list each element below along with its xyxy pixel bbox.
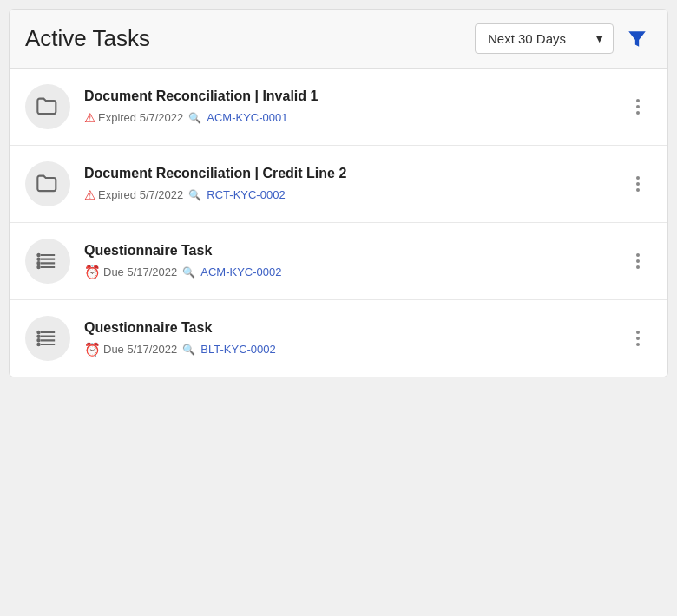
list-item: Document Reconciliation | Invalid 1⚠Expi… xyxy=(10,69,667,146)
task-status: ⏰Due 5/17/2022 xyxy=(84,342,177,357)
task-content: Questionnaire Task⏰Due 5/17/2022🔍BLT-KYC… xyxy=(84,319,610,357)
header-controls: Next 30 DaysNext 7 DaysNext 60 DaysNext … xyxy=(475,23,652,54)
task-title: Document Reconciliation | Credit Line 2 xyxy=(84,165,610,183)
date-range-dropdown-wrapper: Next 30 DaysNext 7 DaysNext 60 DaysNext … xyxy=(475,23,614,54)
list-item: Questionnaire Task⏰Due 5/17/2022🔍BLT-KYC… xyxy=(10,300,667,377)
task-status: ⏰Due 5/17/2022 xyxy=(84,265,177,280)
date-range-dropdown[interactable]: Next 30 DaysNext 7 DaysNext 60 DaysNext … xyxy=(475,23,614,54)
task-status: ⚠Expired 5/7/2022 xyxy=(84,187,183,203)
task-title: Questionnaire Task xyxy=(84,242,610,260)
svg-point-12 xyxy=(37,331,39,333)
list-svg xyxy=(36,249,60,273)
folder-svg xyxy=(36,95,60,119)
filter-icon xyxy=(626,28,648,50)
expired-icon: ⚠ xyxy=(84,110,95,126)
more-options-button[interactable] xyxy=(624,324,652,352)
more-options-button[interactable] xyxy=(624,93,652,121)
svg-point-13 xyxy=(37,336,39,337)
search-icon: 🔍 xyxy=(182,266,195,279)
task-title: Document Reconciliation | Invalid 1 xyxy=(84,88,610,106)
svg-point-6 xyxy=(37,262,39,264)
svg-point-7 xyxy=(37,266,39,268)
search-icon: 🔍 xyxy=(188,112,201,124)
ellipsis-icon xyxy=(636,253,640,269)
task-meta: ⏰Due 5/17/2022🔍ACM-KYC-0002 xyxy=(84,265,610,280)
list-item: Questionnaire Task⏰Due 5/17/2022🔍ACM-KYC… xyxy=(10,223,667,300)
svg-point-14 xyxy=(37,339,39,341)
task-content: Questionnaire Task⏰Due 5/17/2022🔍ACM-KYC… xyxy=(84,242,610,280)
filter-button[interactable] xyxy=(622,24,652,54)
ellipsis-icon xyxy=(636,176,640,192)
task-link[interactable]: ACM-KYC-0002 xyxy=(200,265,281,279)
task-meta: ⏰Due 5/17/2022🔍BLT-KYC-0002 xyxy=(84,342,610,357)
search-icon: 🔍 xyxy=(188,189,201,201)
task-link[interactable]: RCT-KYC-0002 xyxy=(207,188,285,201)
page-title: Active Tasks xyxy=(25,25,150,52)
folder-icon xyxy=(25,84,70,129)
task-content: Document Reconciliation | Invalid 1⚠Expi… xyxy=(84,88,610,126)
search-icon: 🔍 xyxy=(182,344,195,356)
svg-point-4 xyxy=(37,254,39,256)
task-meta: ⚠Expired 5/7/2022🔍RCT-KYC-0002 xyxy=(84,187,610,203)
clock-icon: ⏰ xyxy=(84,265,101,280)
list-icon xyxy=(25,239,70,284)
more-options-button[interactable] xyxy=(624,247,652,275)
svg-point-15 xyxy=(37,344,39,345)
widget-header: Active Tasks Next 30 DaysNext 7 DaysNext… xyxy=(10,10,667,69)
status-text: Expired 5/7/2022 xyxy=(98,111,183,124)
task-link[interactable]: BLT-KYC-0002 xyxy=(200,343,275,356)
task-status: ⚠Expired 5/7/2022 xyxy=(84,110,183,126)
active-tasks-widget: Active Tasks Next 30 DaysNext 7 DaysNext… xyxy=(9,9,668,377)
status-text: Due 5/17/2022 xyxy=(103,265,177,279)
list-item: Document Reconciliation | Credit Line 2⚠… xyxy=(10,146,667,223)
list-icon xyxy=(25,316,70,361)
folder-icon xyxy=(25,161,70,206)
task-meta: ⚠Expired 5/7/2022🔍ACM-KYC-0001 xyxy=(84,110,610,126)
task-list: Document Reconciliation | Invalid 1⚠Expi… xyxy=(10,69,667,377)
status-text: Due 5/17/2022 xyxy=(103,343,177,356)
task-title: Questionnaire Task xyxy=(84,319,610,337)
more-options-button[interactable] xyxy=(624,170,652,198)
folder-svg xyxy=(36,172,60,196)
list-svg xyxy=(36,326,60,351)
status-text: Expired 5/7/2022 xyxy=(98,188,183,201)
expired-icon: ⚠ xyxy=(84,187,95,203)
task-content: Document Reconciliation | Credit Line 2⚠… xyxy=(84,165,610,203)
ellipsis-icon xyxy=(636,331,640,346)
task-link[interactable]: ACM-KYC-0001 xyxy=(207,111,287,124)
clock-icon: ⏰ xyxy=(84,342,101,357)
ellipsis-icon xyxy=(636,99,640,115)
svg-point-5 xyxy=(37,259,39,260)
